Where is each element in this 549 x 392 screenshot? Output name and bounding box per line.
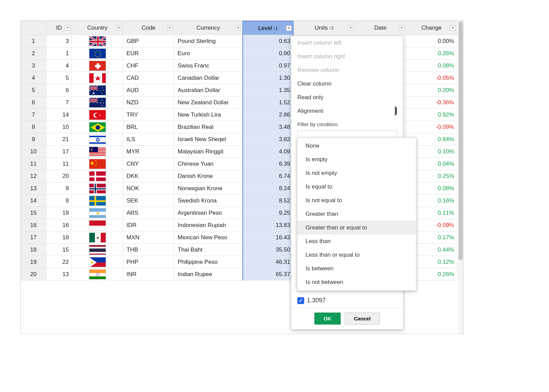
- cell-currency[interactable]: Swedish Krona: [174, 195, 242, 207]
- cell-country-flag[interactable]: [72, 121, 123, 133]
- cell-id[interactable]: 19: [46, 207, 72, 219]
- cell-country-flag[interactable]: [72, 146, 123, 158]
- cell-code[interactable]: MYR: [123, 146, 174, 158]
- cell-currency[interactable]: Chinese Yuan: [174, 158, 242, 170]
- cell-id[interactable]: 15: [46, 244, 72, 256]
- cell-level[interactable]: 3.82: [242, 133, 294, 146]
- cell-country-flag[interactable]: [72, 47, 123, 60]
- cell-id[interactable]: 6: [46, 84, 72, 96]
- cell-id[interactable]: 5: [46, 72, 72, 84]
- filter-condition-option[interactable]: Is not equal to: [297, 194, 416, 207]
- row-number[interactable]: 4: [21, 72, 46, 84]
- cell-level[interactable]: 46.31: [242, 256, 294, 268]
- scrollbar-thumb[interactable]: [459, 21, 463, 260]
- cell-id[interactable]: 3: [46, 35, 72, 47]
- cell-currency[interactable]: Thai Baht: [174, 244, 242, 256]
- filter-condition-option[interactable]: Is not between: [297, 275, 416, 289]
- cell-currency[interactable]: Mexican New Peso: [174, 231, 242, 244]
- row-number[interactable]: 14: [21, 195, 46, 207]
- cell-country-flag[interactable]: [72, 158, 123, 170]
- cell-country-flag[interactable]: [72, 72, 123, 84]
- header-currency[interactable]: Currency: [174, 21, 242, 35]
- cell-country-flag[interactable]: [72, 195, 123, 207]
- row-number[interactable]: 10: [21, 146, 46, 158]
- cell-id[interactable]: 20: [46, 170, 72, 182]
- cell-id[interactable]: 17: [46, 146, 72, 158]
- filter-condition-option[interactable]: Greater than or equal to: [297, 221, 416, 235]
- filter-toggle-icon[interactable]: [116, 25, 121, 31]
- cell-country-flag[interactable]: [72, 268, 123, 281]
- cell-country-flag[interactable]: [72, 219, 123, 231]
- menu-remove-column[interactable]: Remove column: [291, 63, 403, 77]
- cell-level[interactable]: 2.86: [242, 109, 294, 121]
- row-number[interactable]: 13: [21, 182, 46, 195]
- row-number[interactable]: 12: [21, 170, 46, 182]
- cell-currency[interactable]: Swiss Franc: [174, 60, 242, 72]
- cell-country-flag[interactable]: [72, 256, 123, 268]
- row-number[interactable]: 20: [21, 268, 46, 281]
- cell-code[interactable]: CNY: [123, 158, 174, 170]
- menu-clear-column[interactable]: Clear column: [291, 77, 403, 91]
- cell-code[interactable]: PHP: [123, 256, 174, 268]
- cell-change[interactable]: 0.00%: [406, 35, 457, 47]
- cell-id[interactable]: 13: [46, 268, 72, 281]
- filter-condition-option[interactable]: Is between: [297, 262, 416, 275]
- cell-id[interactable]: 11: [46, 158, 72, 170]
- cell-level[interactable]: 8.52: [242, 195, 294, 207]
- cell-code[interactable]: SEK: [123, 195, 174, 207]
- header-units[interactable]: Units ↑2: [294, 21, 355, 35]
- cancel-button[interactable]: Cancel: [345, 313, 380, 325]
- row-number[interactable]: 16: [21, 219, 46, 231]
- menu-alignment[interactable]: Alignment: [291, 104, 403, 118]
- cell-id[interactable]: 4: [46, 60, 72, 72]
- cell-level[interactable]: 16.43: [242, 231, 294, 244]
- filter-toggle-icon[interactable]: [65, 25, 70, 31]
- cell-code[interactable]: IDR: [123, 219, 174, 231]
- row-number[interactable]: 17: [21, 231, 46, 244]
- cell-currency[interactable]: Indonesian Rupiah: [174, 219, 242, 231]
- filter-toggle-icon[interactable]: [167, 25, 173, 31]
- cell-currency[interactable]: Australian Dollar: [174, 84, 242, 96]
- cell-code[interactable]: EUR: [123, 47, 174, 60]
- cell-currency[interactable]: Pound Sterling: [174, 35, 242, 47]
- filter-toggle-icon[interactable]: [235, 25, 241, 31]
- cell-level[interactable]: 9.25: [242, 207, 294, 219]
- cell-code[interactable]: ARS: [123, 207, 174, 219]
- row-number[interactable]: 18: [21, 244, 46, 256]
- cell-code[interactable]: CHF: [123, 60, 174, 72]
- cell-change[interactable]: 0.92%: [406, 109, 457, 121]
- cell-id[interactable]: 7: [46, 96, 72, 109]
- cell-country-flag[interactable]: [72, 244, 123, 256]
- cell-code[interactable]: THB: [123, 244, 174, 256]
- cell-change[interactable]: 0.08%: [406, 60, 457, 72]
- header-corner[interactable]: [21, 21, 46, 35]
- filter-condition-option[interactable]: Is equal to: [297, 180, 416, 194]
- cell-change[interactable]: -0.36%: [406, 96, 457, 109]
- cell-change[interactable]: 0.20%: [406, 84, 457, 96]
- filter-condition-option[interactable]: None: [297, 139, 416, 153]
- row-number[interactable]: 11: [21, 158, 46, 170]
- row-number[interactable]: 2: [21, 47, 46, 60]
- row-number[interactable]: 6: [21, 96, 46, 109]
- row-number[interactable]: 8: [21, 121, 46, 133]
- cell-currency[interactable]: Argentinian Peso: [174, 207, 242, 219]
- cell-code[interactable]: NZD: [123, 96, 174, 109]
- row-number[interactable]: 1: [21, 35, 46, 47]
- filter-condition-option[interactable]: Is not empty: [297, 166, 416, 180]
- cell-country-flag[interactable]: [72, 96, 123, 109]
- cell-id[interactable]: 18: [46, 231, 72, 244]
- filter-condition-option[interactable]: Greater than: [297, 207, 416, 221]
- cell-level[interactable]: 1.35: [242, 84, 294, 96]
- cell-level[interactable]: 0.63: [242, 35, 294, 47]
- cell-level[interactable]: 6.74: [242, 170, 294, 182]
- cell-id[interactable]: 21: [46, 133, 72, 146]
- cell-currency[interactable]: Brazilian Real: [174, 121, 242, 133]
- menu-insert-column-right[interactable]: Insert column right: [291, 50, 403, 63]
- filter-condition-option[interactable]: Less than: [297, 235, 416, 248]
- filter-condition-option[interactable]: Less than or equal to: [297, 248, 416, 262]
- cell-id[interactable]: 14: [46, 109, 72, 121]
- cell-country-flag[interactable]: [72, 170, 123, 182]
- cell-level[interactable]: 0.97: [242, 60, 294, 72]
- cell-code[interactable]: GBP: [123, 35, 174, 47]
- cell-id[interactable]: 16: [46, 219, 72, 231]
